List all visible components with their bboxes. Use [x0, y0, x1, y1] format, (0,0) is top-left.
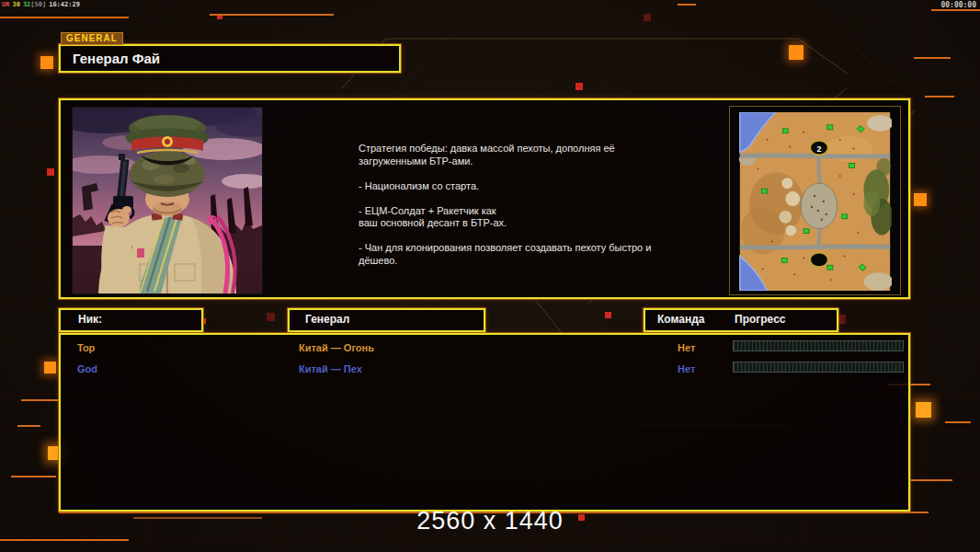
player-nick: God: [77, 363, 97, 374]
strategy-description: Стратегия победы: давка массой пехоты, д…: [359, 143, 667, 267]
player-progress-bar: [733, 362, 904, 373]
decor-line: [678, 4, 696, 6]
player-general: Китай — Пех: [299, 363, 362, 374]
general-tab: GENERAL: [61, 32, 123, 45]
general-portrait: [72, 107, 263, 294]
decor-square: [644, 14, 651, 21]
minimap-image: 2: [738, 112, 892, 291]
stats-part: 30: [12, 1, 19, 8]
players-table: Top Китай — Огонь Нет God Китай — Пех Не…: [59, 333, 910, 512]
general-name-title: Генерал Фай: [59, 44, 401, 73]
decor-line: [911, 479, 952, 481]
player-team: Нет: [678, 342, 695, 353]
player-team: Нет: [678, 363, 695, 374]
minimap: 2: [729, 106, 901, 295]
header-general: Генерал: [288, 308, 485, 332]
decor-square: [914, 193, 927, 206]
stats-part: 16:42:29: [49, 1, 80, 8]
decor-line: [210, 14, 334, 16]
decor-line: [914, 57, 951, 59]
loading-screen: { "colors": { "accent_yellow": "#e6e22b"…: [0, 0, 980, 552]
general-portrait-image: [73, 108, 262, 293]
decor-line: [0, 17, 129, 18]
decor-square: [40, 56, 53, 69]
stats-part: [50]: [30, 1, 46, 8]
general-info-panel: Стратегия победы: давка массой пехоты, д…: [59, 98, 910, 299]
decor-square: [575, 83, 583, 90]
player-nick: Top: [77, 342, 95, 353]
player-general: Китай — Огонь: [299, 342, 374, 353]
decor-line: [11, 476, 56, 477]
decor-square: [267, 313, 275, 321]
decor-square: [916, 402, 931, 418]
minimap-start-marker: 2: [816, 144, 821, 154]
decor-line: [0, 539, 129, 541]
header-team-label: Команда: [657, 313, 704, 326]
header-progress-label: Прогресс: [735, 310, 785, 329]
decor-line: [17, 425, 40, 427]
decor-square: [47, 168, 54, 176]
match-timer: 00:00:00: [940, 1, 976, 9]
decor-line: [931, 9, 980, 11]
decor-line: [21, 399, 60, 401]
header-team-progress: Команда Прогресс: [644, 308, 838, 332]
player-row: God Китай — Пех Нет: [61, 360, 908, 382]
decor-line: [925, 96, 954, 98]
decor-line: [945, 421, 971, 423]
decor-square: [605, 312, 611, 318]
player-row: Top Китай — Огонь Нет: [61, 339, 908, 361]
stats-overlay: UR3032[50]16:42:29: [2, 1, 83, 8]
header-nick: Ник:: [59, 308, 203, 332]
decor-square: [789, 45, 803, 60]
player-progress-bar: [733, 340, 904, 351]
stats-part: UR: [2, 1, 9, 8]
resolution-label: 2560 x 1440: [0, 507, 980, 535]
decor-square: [44, 362, 56, 374]
